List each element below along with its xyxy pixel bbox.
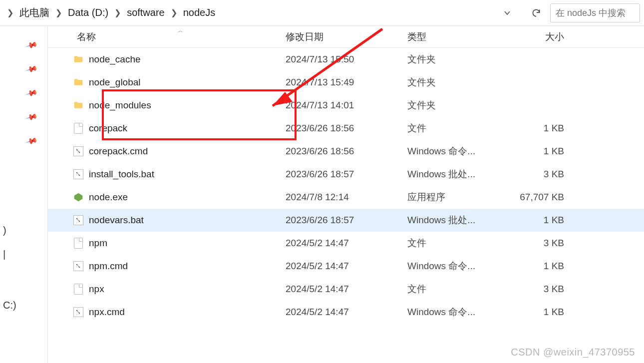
column-header-date[interactable]: 修改日期 — [286, 30, 407, 43]
pin-icon: 📌 — [25, 134, 38, 147]
file-name: node_cache — [89, 54, 141, 65]
column-header-name[interactable]: 名称 ︿ — [70, 30, 286, 43]
svg-line-12 — [77, 265, 79, 267]
cell-name: corepack.cmd — [70, 146, 286, 157]
pin-icon: 📌 — [25, 86, 38, 99]
cell-type: Windows 批处... — [407, 168, 509, 181]
folder-icon — [73, 77, 84, 88]
search-input[interactable]: 在 nodeJs 中搜索 — [550, 3, 640, 22]
sidebar-label: ) — [3, 225, 6, 236]
cell-type: 文件 — [407, 122, 509, 135]
quick-access-item[interactable]: 📌 — [0, 57, 47, 81]
address-bar: ❯ 此电脑 ❯ Data (D:) ❯ software ❯ nodeJs 在 … — [0, 0, 644, 26]
pin-icon: 📌 — [25, 62, 38, 75]
cell-name: npx — [70, 284, 286, 295]
file-name: npm.cmd — [89, 261, 128, 272]
table-row[interactable]: npm.cmd2024/5/2 14:47Windows 命令...1 KB — [48, 255, 644, 278]
quick-access-item[interactable]: 📌 — [0, 129, 47, 153]
file-name: install_tools.bat — [89, 169, 154, 180]
cell-type: Windows 命令... — [407, 260, 509, 273]
table-row[interactable]: npx2024/5/2 14:47文件3 KB — [48, 278, 644, 301]
table-row[interactable]: npx.cmd2024/5/2 14:47Windows 命令...1 KB — [48, 301, 644, 324]
history-dropdown-button[interactable] — [499, 5, 515, 21]
svg-marker-6 — [74, 193, 83, 202]
cell-date: 2024/5/2 14:47 — [286, 284, 407, 295]
breadcrumb: ❯ 此电脑 ❯ Data (D:) ❯ software ❯ nodeJs — [4, 5, 499, 20]
cell-size: 1 KB — [509, 261, 574, 272]
quick-access-item[interactable]: 📌 — [0, 81, 47, 105]
script-icon — [73, 261, 84, 272]
cell-type: 应用程序 — [407, 191, 509, 204]
chevron-right-icon: ❯ — [6, 8, 14, 17]
breadcrumb-item[interactable]: nodeJs — [181, 6, 218, 19]
column-label: 名称 — [77, 30, 96, 43]
cell-date: 2023/6/26 18:56 — [286, 146, 407, 157]
column-header-type[interactable]: 类型 — [407, 30, 509, 43]
cell-size: 1 KB — [509, 215, 574, 226]
script-icon — [73, 146, 84, 157]
file-name: corepack — [89, 123, 127, 134]
cell-type: 文件夹 — [407, 53, 509, 66]
table-row[interactable]: node.exe2024/7/8 12:14应用程序67,707 KB — [48, 186, 644, 209]
quick-access-item[interactable]: 📌 — [0, 33, 47, 57]
cell-type: 文件 — [407, 237, 509, 250]
file-name: npx — [89, 284, 104, 295]
file-name: nodevars.bat — [89, 215, 144, 226]
sort-indicator-icon: ︿ — [178, 30, 183, 35]
pin-icon: 📌 — [25, 38, 38, 51]
cell-size: 1 KB — [509, 307, 574, 318]
breadcrumb-item[interactable]: Data (D:) — [66, 6, 110, 19]
cell-name: nodevars.bat — [70, 215, 286, 226]
table-row[interactable]: corepack2023/6/26 18:56文件1 KB — [48, 117, 644, 140]
cell-size: 1 KB — [509, 146, 574, 157]
column-header-size[interactable]: 大小 — [509, 30, 574, 43]
breadcrumb-item[interactable]: 此电脑 — [17, 5, 51, 20]
file-name: node_modules — [89, 100, 151, 111]
script-icon — [73, 307, 84, 318]
refresh-button[interactable] — [528, 5, 544, 21]
application-icon — [73, 192, 84, 203]
table-row[interactable]: corepack.cmd2023/6/26 18:56Windows 命令...… — [48, 140, 644, 163]
script-icon — [73, 169, 84, 180]
svg-line-15 — [77, 311, 79, 313]
sidebar: 📌 📌 📌 📌 📌 ) | C:) — [0, 26, 48, 363]
file-name: npm — [89, 238, 107, 249]
cell-size: 1 KB — [509, 123, 574, 134]
svg-line-2 — [77, 150, 79, 152]
cell-size: 3 KB — [509, 169, 574, 180]
quick-access-item[interactable]: 📌 — [0, 105, 47, 129]
table-row[interactable]: node_modules2024/7/13 14:01文件夹 — [48, 94, 644, 117]
cell-type: Windows 命令... — [407, 145, 509, 158]
cell-type: Windows 命令... — [407, 306, 509, 319]
cell-date: 2023/6/26 18:57 — [286, 169, 407, 180]
cell-name: node_modules — [70, 100, 286, 111]
sidebar-label: | — [3, 249, 5, 260]
cell-date: 2024/7/13 15:49 — [286, 77, 407, 88]
folder-icon — [73, 54, 84, 65]
script-icon — [73, 215, 84, 226]
cell-date: 2023/6/26 18:56 — [286, 123, 407, 134]
cell-type: 文件夹 — [407, 99, 509, 112]
cell-date: 2024/5/2 14:47 — [286, 261, 407, 272]
watermark-text: CSDN @weixin_47370955 — [511, 347, 635, 358]
svg-line-9 — [77, 219, 79, 221]
table-row[interactable]: node_global2024/7/13 15:49文件夹 — [48, 71, 644, 94]
cell-name: node.exe — [70, 192, 286, 203]
file-name: corepack.cmd — [89, 146, 148, 157]
table-row[interactable]: npm2024/5/2 14:47文件3 KB — [48, 232, 644, 255]
breadcrumb-item[interactable]: software — [125, 6, 167, 19]
cell-name: npm — [70, 238, 286, 249]
table-row[interactable]: node_cache2024/7/13 15:50文件夹 — [48, 48, 644, 71]
cell-name: npx.cmd — [70, 307, 286, 318]
folder-icon — [73, 100, 84, 111]
cell-date: 2024/7/13 15:50 — [286, 54, 407, 65]
file-name: node.exe — [89, 192, 128, 203]
sidebar-label: C:) — [3, 300, 16, 311]
cell-type: Windows 批处... — [407, 214, 509, 227]
cell-type: 文件 — [407, 283, 509, 296]
file-name: node_global — [89, 77, 141, 88]
table-row[interactable]: install_tools.bat2023/6/26 18:57Windows … — [48, 163, 644, 186]
table-row[interactable]: nodevars.bat2023/6/26 18:57Windows 批处...… — [48, 209, 644, 232]
cell-size: 3 KB — [509, 284, 574, 295]
cell-name: node_global — [70, 77, 286, 88]
